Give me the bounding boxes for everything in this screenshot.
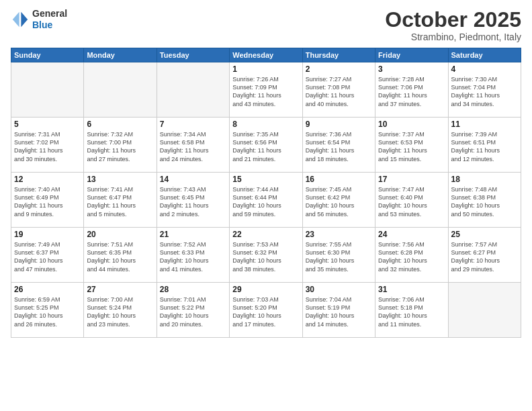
day-number: 19 [14,230,81,239]
day-info: Sunrise: 7:55 AM Sunset: 6:30 PM Dayligh… [306,240,372,273]
day-cell: 22Sunrise: 7:53 AM Sunset: 6:32 PM Dayli… [230,228,302,283]
day-info: Sunrise: 7:31 AM Sunset: 7:02 PM Dayligh… [14,130,81,163]
day-number: 5 [14,120,81,129]
day-info: Sunrise: 7:30 AM Sunset: 7:04 PM Dayligh… [451,75,518,108]
day-number: 17 [378,175,445,184]
day-info: Sunrise: 7:52 AM Sunset: 6:33 PM Dayligh… [160,240,226,273]
day-info: Sunrise: 7:53 AM Sunset: 6:32 PM Dayligh… [232,240,299,273]
location-subtitle: Strambino, Piedmont, Italy [385,32,521,42]
day-number: 28 [160,285,226,294]
day-cell: 7Sunrise: 7:34 AM Sunset: 6:58 PM Daylig… [157,118,229,173]
day-number: 15 [232,175,299,184]
day-info: Sunrise: 7:28 AM Sunset: 7:06 PM Dayligh… [378,75,445,108]
day-number: 13 [87,175,153,184]
day-cell: 15Sunrise: 7:44 AM Sunset: 6:44 PM Dayli… [230,173,302,228]
day-cell: 9Sunrise: 7:36 AM Sunset: 6:54 PM Daylig… [302,118,375,173]
day-cell: 19Sunrise: 7:49 AM Sunset: 6:37 PM Dayli… [11,228,84,283]
day-number: 21 [160,230,226,239]
day-cell: 17Sunrise: 7:47 AM Sunset: 6:40 PM Dayli… [375,173,448,228]
day-cell: 5Sunrise: 7:31 AM Sunset: 7:02 PM Daylig… [11,118,84,173]
day-cell: 2Sunrise: 7:27 AM Sunset: 7:08 PM Daylig… [302,62,375,118]
day-info: Sunrise: 7:40 AM Sunset: 6:49 PM Dayligh… [14,185,81,218]
day-info: Sunrise: 7:00 AM Sunset: 5:24 PM Dayligh… [87,295,153,328]
day-cell: 29Sunrise: 7:03 AM Sunset: 5:20 PM Dayli… [230,283,302,338]
day-number: 24 [378,230,445,239]
title-area: October 2025 Strambino, Piedmont, Italy [385,8,521,42]
day-info: Sunrise: 7:36 AM Sunset: 6:54 PM Dayligh… [306,130,372,163]
day-number: 20 [87,230,153,239]
day-info: Sunrise: 7:41 AM Sunset: 6:47 PM Dayligh… [87,185,153,218]
day-cell: 1Sunrise: 7:26 AM Sunset: 7:09 PM Daylig… [230,62,302,118]
day-info: Sunrise: 7:48 AM Sunset: 6:38 PM Dayligh… [451,185,518,218]
day-number: 8 [232,120,299,129]
day-info: Sunrise: 7:04 AM Sunset: 5:19 PM Dayligh… [306,295,372,328]
day-cell: 14Sunrise: 7:43 AM Sunset: 6:45 PM Dayli… [157,173,229,228]
day-cell [84,62,157,118]
weekday-header: Friday [375,48,448,62]
day-number: 11 [451,120,518,129]
day-cell: 4Sunrise: 7:30 AM Sunset: 7:04 PM Daylig… [448,62,521,118]
day-info: Sunrise: 7:06 AM Sunset: 5:18 PM Dayligh… [378,295,445,328]
day-cell: 3Sunrise: 7:28 AM Sunset: 7:06 PM Daylig… [375,62,448,118]
day-number: 18 [451,175,518,184]
week-row: 12Sunrise: 7:40 AM Sunset: 6:49 PM Dayli… [11,173,521,228]
day-cell: 18Sunrise: 7:48 AM Sunset: 6:38 PM Dayli… [448,173,521,228]
weekday-header-row: SundayMondayTuesdayWednesdayThursdayFrid… [11,48,521,62]
day-number: 16 [306,175,372,184]
svg-marker-1 [13,12,19,27]
day-number: 14 [160,175,226,184]
day-number: 22 [232,230,299,239]
day-info: Sunrise: 7:35 AM Sunset: 6:56 PM Dayligh… [232,130,299,163]
weekday-header: Tuesday [157,48,229,62]
weekday-header: Thursday [302,48,375,62]
day-info: Sunrise: 7:57 AM Sunset: 6:27 PM Dayligh… [451,240,518,273]
day-number: 31 [378,285,445,294]
day-number: 25 [451,230,518,239]
day-cell: 6Sunrise: 7:32 AM Sunset: 7:00 PM Daylig… [84,118,157,173]
day-info: Sunrise: 7:37 AM Sunset: 6:53 PM Dayligh… [378,130,445,163]
day-number: 9 [306,120,372,129]
day-number: 23 [306,230,372,239]
day-number: 4 [451,64,518,74]
day-cell: 10Sunrise: 7:37 AM Sunset: 6:53 PM Dayli… [375,118,448,173]
day-info: Sunrise: 7:47 AM Sunset: 6:40 PM Dayligh… [378,185,445,218]
day-info: Sunrise: 7:39 AM Sunset: 6:51 PM Dayligh… [451,130,518,163]
day-cell [157,62,229,118]
day-cell: 31Sunrise: 7:06 AM Sunset: 5:18 PM Dayli… [375,283,448,338]
day-number: 7 [160,120,226,129]
day-cell: 25Sunrise: 7:57 AM Sunset: 6:27 PM Dayli… [448,228,521,283]
weekday-header: Monday [84,48,157,62]
day-number: 6 [87,120,153,129]
day-number: 29 [232,285,299,294]
week-row: 1Sunrise: 7:26 AM Sunset: 7:09 PM Daylig… [11,62,521,118]
day-cell [448,283,521,338]
weekday-header: Sunday [11,48,84,62]
day-number: 10 [378,120,445,129]
day-number: 12 [14,175,81,184]
day-info: Sunrise: 7:03 AM Sunset: 5:20 PM Dayligh… [232,295,299,328]
month-title: October 2025 [385,8,521,32]
day-info: Sunrise: 7:34 AM Sunset: 6:58 PM Dayligh… [160,130,226,163]
day-cell: 28Sunrise: 7:01 AM Sunset: 5:22 PM Dayli… [157,283,229,338]
day-cell: 13Sunrise: 7:41 AM Sunset: 6:47 PM Dayli… [84,173,157,228]
day-cell: 8Sunrise: 7:35 AM Sunset: 6:56 PM Daylig… [230,118,302,173]
day-info: Sunrise: 7:27 AM Sunset: 7:08 PM Dayligh… [306,75,372,108]
logo-text: General Blue [32,8,67,31]
day-number: 1 [232,64,299,74]
day-info: Sunrise: 7:45 AM Sunset: 6:42 PM Dayligh… [306,185,372,218]
day-cell: 11Sunrise: 7:39 AM Sunset: 6:51 PM Dayli… [448,118,521,173]
day-number: 27 [87,285,153,294]
day-info: Sunrise: 7:49 AM Sunset: 6:37 PM Dayligh… [14,240,81,273]
day-info: Sunrise: 7:43 AM Sunset: 6:45 PM Dayligh… [160,185,226,218]
day-number: 2 [306,64,372,74]
day-info: Sunrise: 7:26 AM Sunset: 7:09 PM Dayligh… [232,75,299,108]
day-info: Sunrise: 7:56 AM Sunset: 6:28 PM Dayligh… [378,240,445,273]
calendar: SundayMondayTuesdayWednesdayThursdayFrid… [11,48,521,338]
day-number: 30 [306,285,372,294]
logo: General Blue [11,8,67,31]
weekday-header: Wednesday [230,48,302,62]
day-cell: 27Sunrise: 7:00 AM Sunset: 5:24 PM Dayli… [84,283,157,338]
logo-icon [11,10,30,29]
day-cell: 20Sunrise: 7:51 AM Sunset: 6:35 PM Dayli… [84,228,157,283]
day-cell: 24Sunrise: 7:56 AM Sunset: 6:28 PM Dayli… [375,228,448,283]
